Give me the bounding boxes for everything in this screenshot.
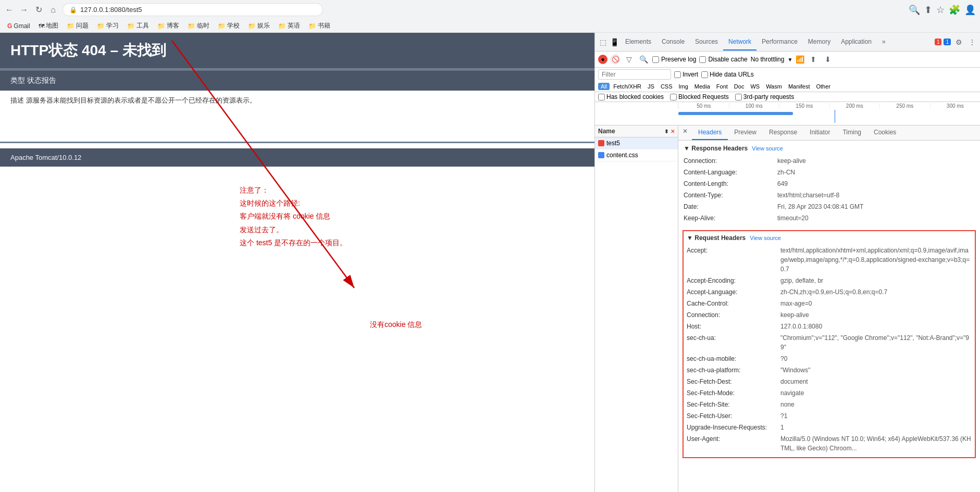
tab-performance[interactable]: Performance	[756, 34, 803, 51]
type-wasm[interactable]: Wasm	[763, 83, 785, 90]
profile-icon[interactable]: 👤	[964, 4, 976, 16]
type-manifest[interactable]: Manifest	[786, 83, 813, 90]
bookmark-wenti[interactable]: 📁 问题	[64, 20, 92, 31]
devtools-tabs: ⬚ 📱 Elements Console Sources Network Per…	[595, 33, 980, 52]
bookmark-yingyu[interactable]: 📁 英语	[275, 20, 303, 31]
response-view-source[interactable]: View source	[752, 145, 783, 152]
headers-tab-cookies[interactable]: Cookies	[867, 125, 902, 140]
more-options-icon[interactable]: ⋮	[966, 36, 978, 48]
throttle-chevron[interactable]: ▼	[787, 57, 792, 62]
filter-input[interactable]	[598, 69, 671, 80]
bookmark-icon[interactable]: ☆	[936, 4, 945, 16]
zoom-icon[interactable]: 🔍	[909, 4, 920, 16]
network-item-content-css[interactable]: content.css	[595, 149, 678, 161]
type-media[interactable]: Media	[692, 83, 713, 90]
tab-console[interactable]: Console	[656, 34, 690, 51]
browser-icons: 🔍 ⬆ ☆ 🧩 👤	[909, 4, 976, 16]
disable-cache-checkbox[interactable]	[699, 56, 706, 63]
folder-icon: 📁	[308, 22, 316, 30]
type-doc[interactable]: Doc	[731, 83, 747, 90]
no-throttling-select[interactable]: No throttling	[751, 56, 785, 63]
request-header-accept: Accept: text/html,application/xhtml+xml,…	[687, 245, 972, 275]
forward-button[interactable]: →	[19, 5, 29, 15]
bookmark-label: 博客	[167, 21, 179, 30]
invert-checkbox[interactable]	[674, 71, 681, 78]
headers-tab-initiator[interactable]: Initiator	[803, 125, 836, 140]
page-type: 类型 状态报告	[10, 76, 584, 85]
bookmarks-bar: G Gmail 🗺 地图 📁 问题 📁 学习 📁 工具 📁 博客 📁 临时 📁	[0, 19, 980, 33]
tab-more[interactable]: »	[877, 34, 891, 51]
bookmark-xuexi[interactable]: 📁 学习	[94, 20, 122, 31]
preserve-log-label[interactable]: Preserve log	[652, 56, 696, 63]
request-header-upgrade-insecure: Upgrade-Insecure-Requests: 1	[687, 422, 972, 433]
tab-network[interactable]: Network	[723, 34, 756, 51]
lock-icon: 🔒	[69, 6, 77, 14]
third-party-checkbox[interactable]	[735, 94, 742, 100]
clear-button[interactable]: 🚫	[611, 55, 620, 64]
type-font[interactable]: Font	[714, 83, 730, 90]
bookmark-gongju[interactable]: 📁 工具	[124, 20, 152, 31]
type-all[interactable]: All	[598, 83, 610, 90]
tab-elements[interactable]: Elements	[620, 34, 656, 51]
headers-tab-timing[interactable]: Timing	[836, 125, 867, 140]
request-header-sec-fetch-dest: Sec-Fetch-Dest: document	[687, 376, 972, 387]
third-party-label[interactable]: 3rd-party requests	[735, 93, 794, 100]
hide-data-urls-checkbox[interactable]	[701, 71, 708, 78]
download-icon[interactable]: ⬇	[822, 54, 834, 65]
page-content: 描述 源服务器未能找到目标资源的表示或者是不愿公开一个已经存在的资源表示。	[0, 91, 594, 110]
search-icon[interactable]: 🔍	[638, 54, 649, 65]
type-js[interactable]: JS	[645, 83, 657, 90]
timeline-label-150ms: 150 ms	[779, 103, 829, 109]
blocked-requests-label[interactable]: Blocked Requests	[670, 93, 729, 100]
close-tab-icon[interactable]: ✕	[671, 129, 675, 134]
back-button[interactable]: ←	[4, 5, 15, 15]
extensions-icon[interactable]: 🧩	[949, 4, 960, 16]
tab-memory[interactable]: Memory	[803, 34, 836, 51]
tab-application[interactable]: Application	[836, 34, 877, 51]
filter-icon[interactable]: ▽	[623, 54, 635, 65]
sort-icon[interactable]: ⬍	[664, 129, 668, 134]
request-header-host: Host: 127.0.0.1:8080	[687, 321, 972, 332]
headers-tab-headers[interactable]: Headers	[692, 125, 728, 140]
type-ws[interactable]: WS	[748, 83, 762, 90]
disable-cache-label[interactable]: Disable cache	[699, 56, 747, 63]
type-fetch-xhr[interactable]: Fetch/XHR	[611, 83, 644, 90]
type-css[interactable]: CSS	[658, 83, 675, 90]
devtools-device-icon[interactable]: 📱	[609, 36, 620, 48]
bookmark-maps[interactable]: 🗺 地图	[35, 20, 61, 31]
bookmark-yule[interactable]: 📁 娱乐	[245, 20, 273, 31]
timeline-label-250ms: 250 ms	[879, 103, 930, 109]
preserve-log-checkbox[interactable]	[652, 56, 659, 63]
bookmark-shuji[interactable]: 📁 书籍	[305, 20, 333, 31]
type-img[interactable]: Img	[676, 83, 691, 90]
headers-tab-response[interactable]: Response	[763, 125, 803, 140]
bookmark-xuexiao[interactable]: 📁 学校	[215, 20, 243, 31]
bookmark-linshi[interactable]: 📁 临时	[184, 20, 213, 31]
blocked-requests-checkbox[interactable]	[670, 94, 677, 100]
settings-icon[interactable]: ⚙	[953, 36, 964, 48]
bookmark-gmail[interactable]: G Gmail	[4, 21, 33, 31]
address-bar[interactable]: 🔒 127.0.0.1:8080/test5	[63, 3, 323, 16]
bookmark-label: Gmail	[14, 22, 30, 30]
folder-icon: 📁	[278, 22, 286, 30]
bookmark-boke[interactable]: 📁 博客	[154, 20, 182, 31]
hide-data-urls-label[interactable]: Hide data URLs	[701, 71, 754, 78]
has-blocked-cookies-label[interactable]: Has blocked cookies	[598, 93, 664, 100]
share-icon[interactable]: ⬆	[924, 4, 932, 16]
record-button[interactable]: ●	[598, 55, 607, 64]
reload-button[interactable]: ↻	[33, 5, 44, 15]
has-blocked-cookies-checkbox[interactable]	[598, 94, 605, 100]
devtools-inspect-icon[interactable]: ⬚	[597, 36, 609, 48]
upload-icon[interactable]: ⬆	[808, 54, 819, 65]
headers-tab-preview[interactable]: Preview	[728, 125, 763, 140]
type-other[interactable]: Other	[813, 83, 833, 90]
tab-sources[interactable]: Sources	[690, 34, 723, 51]
network-filter-row: Invert Hide data URLs All Fetch/XHR JS C…	[595, 68, 980, 92]
folder-icon: 📁	[188, 22, 195, 30]
network-item-test5[interactable]: test5	[595, 137, 678, 149]
invert-label[interactable]: Invert	[674, 71, 698, 78]
request-header-sec-ch-ua-platform: sec-ch-ua-platform: "Windows"	[687, 364, 972, 376]
request-view-source[interactable]: View source	[750, 235, 781, 241]
close-headers-icon[interactable]: ✕	[678, 125, 692, 140]
home-button[interactable]: ⌂	[48, 5, 58, 15]
